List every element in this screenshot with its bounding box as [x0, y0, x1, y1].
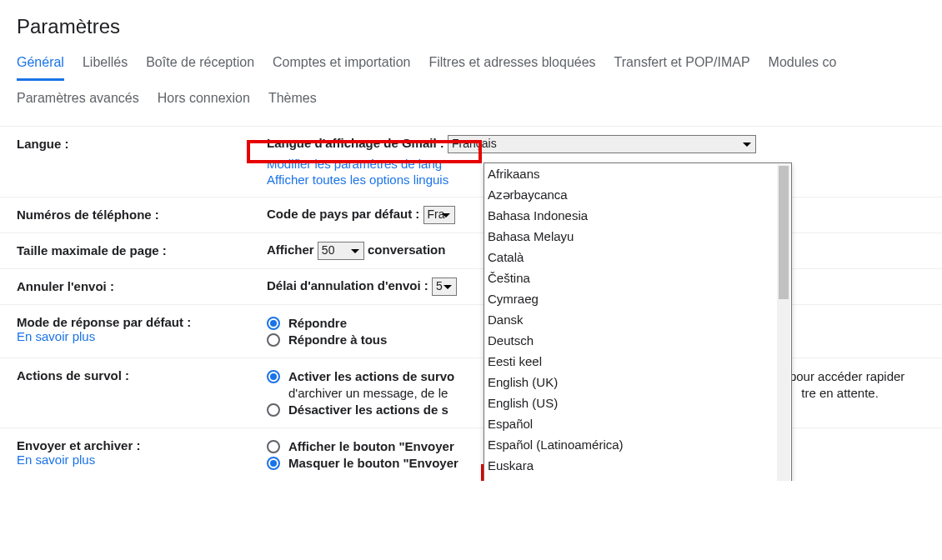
langue-label: Langue : [17, 137, 69, 151]
language-option[interactable]: Filipino [484, 476, 791, 481]
language-option[interactable]: Bahasa Melayu [484, 226, 791, 247]
dropdown-scroll-thumb[interactable] [779, 166, 789, 299]
langue-select[interactable]: Français [448, 135, 756, 153]
send-archive-opt2: Masquer le bouton "Envoyer [288, 456, 458, 470]
language-option[interactable]: Deutsch [484, 330, 791, 351]
tab-modules-co[interactable]: Modules co [769, 55, 837, 81]
reply-learn-more[interactable]: En savoir plus [17, 329, 95, 343]
row-phone: Numéros de téléphone : Code de pays par … [0, 198, 942, 233]
page-size-prefix: Afficher [267, 242, 314, 257]
hover-desc-b: d'archiver un message, de le [288, 386, 448, 400]
row-send-archive: Envoyer et archiver : En savoir plus Aff… [0, 428, 942, 481]
page-size-suffix: conversation [368, 242, 445, 257]
language-option[interactable]: Cymraeg [484, 288, 791, 309]
language-option[interactable]: Español [484, 413, 791, 434]
language-option[interactable]: Euskara [484, 455, 791, 476]
language-option[interactable]: Eesti keel [484, 351, 791, 372]
row-langue: Langue : Langue d'affichage de Gmail : F… [0, 127, 942, 198]
phone-country-select[interactable]: Fra [423, 206, 455, 224]
tab-hors-connexion[interactable]: Hors connexion [158, 91, 250, 114]
settings-tabs-row2: Paramètres avancésHors connexionThèmes [0, 81, 942, 126]
tab-param-tres-avanc-s[interactable]: Paramètres avancés [17, 91, 139, 114]
tab-th-mes[interactable]: Thèmes [268, 91, 317, 114]
language-option[interactable]: Afrikaans [484, 163, 791, 184]
language-option[interactable]: Azərbaycanca [484, 184, 791, 205]
tab-bo-te-de-r-ception[interactable]: Boîte de réception [146, 55, 254, 81]
language-option[interactable]: English (UK) [484, 372, 791, 392]
page-title: Paramètres [0, 0, 942, 47]
tab-transfert-et-pop-imap[interactable]: Transfert et POP/IMAP [614, 55, 750, 81]
send-archive-radio-2[interactable] [267, 457, 280, 470]
langue-dropdown[interactable]: AfrikaansAzərbaycancaBahasa IndonesiaBah… [484, 162, 792, 481]
language-option[interactable]: Čeština [484, 268, 791, 288]
settings-tabs-row1: GénéralLibellésBoîte de réceptionComptes… [0, 47, 942, 81]
tab-libell-s[interactable]: Libellés [83, 55, 128, 81]
language-option[interactable]: English (US) [484, 392, 791, 413]
hover-opt1: Activer les actions de survo [288, 369, 454, 383]
phone-field-label: Code de pays par défaut : [267, 207, 419, 221]
dropdown-scrollbar[interactable] [777, 164, 790, 481]
hover-radio-2[interactable] [267, 403, 280, 417]
reply-opt1: Répondre [288, 316, 347, 330]
language-option[interactable]: Español (Latinoamérica) [484, 434, 791, 455]
reply-label: Mode de réponse par défaut : [17, 315, 191, 329]
undo-label: Annuler l'envoi : [17, 279, 114, 293]
hover-opt2: Désactiver les actions de s [288, 402, 448, 417]
send-archive-learn-more[interactable]: En savoir plus [17, 452, 95, 467]
row-page-size: Taille maximale de page : Afficher 50 co… [0, 233, 942, 269]
undo-delay-select[interactable]: 5 [432, 278, 457, 296]
tab-g-n-ral[interactable]: Général [17, 55, 64, 81]
language-option[interactable]: Català [484, 247, 791, 268]
hover-desc-c: tre en attente. [801, 386, 879, 400]
langue-field-label: Langue d'affichage de Gmail : [267, 136, 444, 150]
send-archive-label: Envoyer et archiver : [17, 438, 140, 452]
hover-desc-a: s pour accéder rapider [779, 369, 904, 383]
row-reply: Mode de réponse par défaut : En savoir p… [0, 305, 942, 358]
reply-radio-1[interactable] [267, 317, 280, 330]
send-archive-opt1: Afficher le bouton "Envoyer [288, 439, 454, 453]
undo-field-label: Délai d'annulation d'envoi : [267, 278, 428, 292]
reply-radio-2[interactable] [267, 333, 280, 347]
hover-label: Actions de survol : [17, 368, 129, 382]
page-size-label: Taille maximale de page : [17, 243, 167, 258]
send-archive-radio-1[interactable] [267, 440, 280, 453]
tab-comptes-et-importation[interactable]: Comptes et importation [273, 55, 410, 81]
language-option[interactable]: Bahasa Indonesia [484, 205, 791, 226]
phone-label: Numéros de téléphone : [17, 208, 159, 222]
hover-radio-1[interactable] [267, 370, 280, 383]
row-undo: Annuler l'envoi : Délai d'annulation d'e… [0, 269, 942, 305]
reply-opt2: Répondre à tous [288, 332, 387, 347]
row-hover: Actions de survol : Activer les actions … [0, 358, 942, 428]
tab-filtres-et-adresses-bloqu-es[interactable]: Filtres et adresses bloquées [428, 55, 595, 81]
page-size-select[interactable]: 50 [318, 242, 364, 260]
language-option[interactable]: Dansk [484, 309, 791, 330]
